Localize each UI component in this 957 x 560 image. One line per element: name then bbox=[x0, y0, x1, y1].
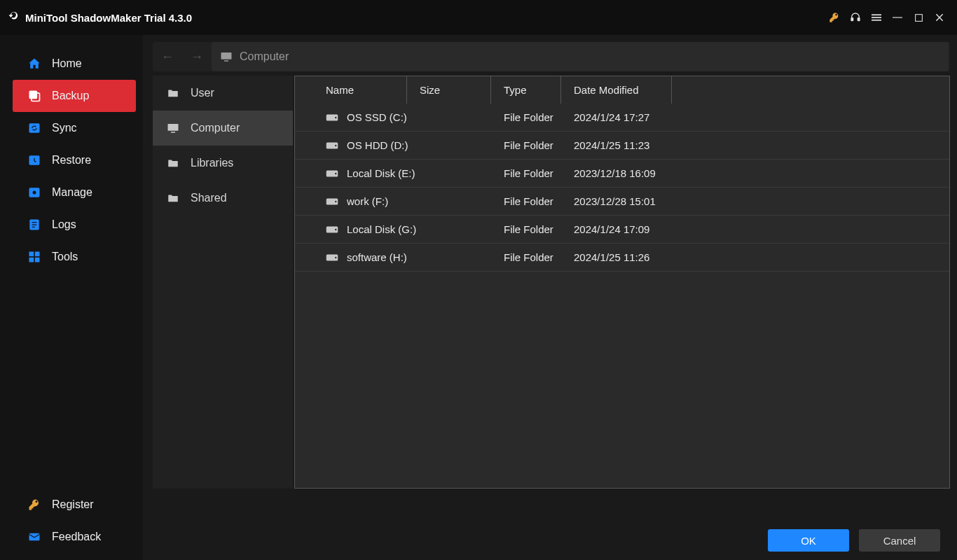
row-date: 2023/12/28 15:01 bbox=[561, 195, 672, 207]
manage-icon bbox=[27, 185, 42, 200]
svg-rect-19 bbox=[221, 52, 232, 59]
svg-point-28 bbox=[335, 172, 336, 174]
row-type: File Folder bbox=[491, 223, 561, 235]
svg-rect-16 bbox=[29, 258, 34, 262]
sidebar-item-label: Home bbox=[52, 57, 82, 70]
tools-icon bbox=[27, 249, 42, 265]
app-title: MiniTool ShadowMaker Trial 4.3.0 bbox=[25, 12, 192, 24]
sidebar-item-logs[interactable]: Logs bbox=[13, 209, 136, 241]
sidebar-item-label: Backup bbox=[52, 90, 89, 102]
table-row[interactable]: Local Disk (E:)File Folder2023/12/18 16:… bbox=[295, 160, 949, 188]
svg-rect-22 bbox=[171, 132, 175, 133]
sidebar-item-restore[interactable]: Restore bbox=[13, 144, 136, 176]
cancel-button[interactable]: Cancel bbox=[859, 529, 940, 552]
tree-item-shared[interactable]: Shared bbox=[153, 181, 293, 216]
svg-rect-3 bbox=[872, 17, 881, 18]
tree-item-libraries[interactable]: Libraries bbox=[153, 146, 293, 181]
sidebar-item-tools[interactable]: Tools bbox=[13, 241, 136, 273]
nav-back-button[interactable]: ← bbox=[153, 42, 182, 71]
row-name: Local Disk (G:) bbox=[347, 223, 416, 235]
menu-icon[interactable] bbox=[866, 7, 887, 28]
sidebar-item-label: Restore bbox=[52, 154, 91, 167]
svg-rect-18 bbox=[29, 533, 40, 541]
table-row[interactable]: OS HDD (D:)File Folder2024/1/25 11:23 bbox=[295, 132, 949, 160]
drive-icon bbox=[326, 253, 338, 262]
sidebar-footer-label: Feedback bbox=[52, 531, 101, 543]
drive-icon bbox=[326, 141, 338, 150]
row-date: 2024/1/25 11:26 bbox=[561, 251, 672, 263]
row-name: work (F:) bbox=[347, 195, 388, 207]
minimize-button[interactable] bbox=[887, 7, 908, 28]
app-logo-icon bbox=[7, 10, 21, 24]
row-name: OS SSD (C:) bbox=[347, 111, 407, 123]
svg-point-24 bbox=[335, 116, 336, 118]
svg-rect-21 bbox=[168, 124, 179, 131]
row-date: 2024/1/25 11:23 bbox=[561, 139, 672, 151]
sidebar-item-label: Manage bbox=[52, 186, 92, 199]
close-button[interactable] bbox=[929, 7, 950, 28]
row-type: File Folder bbox=[491, 111, 561, 123]
tree-item-label: Computer bbox=[191, 122, 240, 134]
maximize-button[interactable] bbox=[908, 7, 929, 28]
col-date[interactable]: Date Modified bbox=[561, 76, 672, 104]
logs-icon bbox=[27, 217, 42, 232]
svg-rect-2 bbox=[872, 14, 881, 15]
sidebar-item-sync[interactable]: Sync bbox=[13, 112, 136, 144]
dialog-footer: OK Cancel bbox=[153, 519, 950, 552]
file-list-header: Name Size Type Date Modified bbox=[295, 76, 949, 104]
row-name: Local Disk (E:) bbox=[347, 167, 415, 179]
svg-rect-15 bbox=[35, 252, 40, 257]
col-size[interactable]: Size bbox=[407, 76, 491, 104]
home-icon bbox=[27, 56, 42, 71]
sidebar-feedback[interactable]: Feedback bbox=[13, 521, 136, 553]
svg-rect-9 bbox=[29, 123, 40, 132]
row-date: 2024/1/24 17:09 bbox=[561, 223, 672, 235]
path-bar: ← → Computer bbox=[153, 42, 950, 71]
support-icon[interactable] bbox=[845, 7, 866, 28]
location-tree: User Computer Libraries Shared bbox=[153, 76, 293, 489]
drive-icon bbox=[326, 225, 338, 234]
shared-icon bbox=[165, 190, 181, 206]
svg-rect-4 bbox=[872, 20, 881, 21]
sidebar-item-label: Logs bbox=[52, 218, 76, 231]
table-row[interactable]: OS SSD (C:)File Folder2024/1/24 17:27 bbox=[295, 104, 949, 132]
tree-item-label: User bbox=[191, 87, 214, 99]
table-row[interactable]: software (H:)File Folder2024/1/25 11:26 bbox=[295, 244, 949, 272]
nav-forward-button[interactable]: → bbox=[182, 42, 212, 71]
svg-rect-20 bbox=[224, 60, 228, 62]
tree-item-computer[interactable]: Computer bbox=[153, 111, 293, 146]
table-row[interactable]: work (F:)File Folder2023/12/28 15:01 bbox=[295, 188, 949, 216]
tree-item-user[interactable]: User bbox=[153, 76, 293, 111]
main-panel: ← → Computer User Comp bbox=[143, 35, 957, 560]
sidebar-register[interactable]: Register bbox=[13, 489, 136, 521]
sidebar-item-home[interactable]: Home bbox=[13, 48, 136, 80]
svg-point-34 bbox=[335, 256, 336, 258]
sidebar-item-backup[interactable]: Backup bbox=[13, 80, 136, 112]
titlebar: MiniTool ShadowMaker Trial 4.3.0 bbox=[0, 0, 957, 35]
row-date: 2024/1/24 17:27 bbox=[561, 111, 672, 123]
sidebar: Home Backup Sync Restore Manage bbox=[0, 35, 143, 560]
svg-rect-14 bbox=[29, 252, 34, 257]
svg-point-32 bbox=[335, 228, 336, 230]
col-spacer bbox=[672, 76, 949, 104]
col-name[interactable]: Name bbox=[295, 76, 407, 104]
sidebar-item-manage[interactable]: Manage bbox=[13, 176, 136, 209]
row-type: File Folder bbox=[491, 139, 561, 151]
svg-rect-1 bbox=[858, 18, 860, 21]
tree-item-label: Libraries bbox=[191, 157, 233, 169]
monitor-icon bbox=[165, 120, 181, 136]
mail-icon bbox=[27, 529, 42, 545]
table-row[interactable]: Local Disk (G:)File Folder2024/1/24 17:0… bbox=[295, 216, 949, 244]
sync-icon bbox=[27, 120, 42, 136]
col-type[interactable]: Type bbox=[491, 76, 561, 104]
path-input[interactable]: Computer bbox=[212, 42, 949, 71]
svg-rect-17 bbox=[35, 258, 40, 262]
sidebar-item-label: Sync bbox=[52, 122, 77, 134]
license-key-icon[interactable] bbox=[824, 7, 845, 28]
ok-button[interactable]: OK bbox=[768, 529, 849, 552]
folder-user-icon bbox=[165, 85, 181, 101]
row-date: 2023/12/18 16:09 bbox=[561, 167, 672, 179]
key-icon bbox=[27, 497, 42, 512]
row-type: File Folder bbox=[491, 195, 561, 207]
file-list: Name Size Type Date Modified OS SSD (C:)… bbox=[294, 76, 950, 489]
